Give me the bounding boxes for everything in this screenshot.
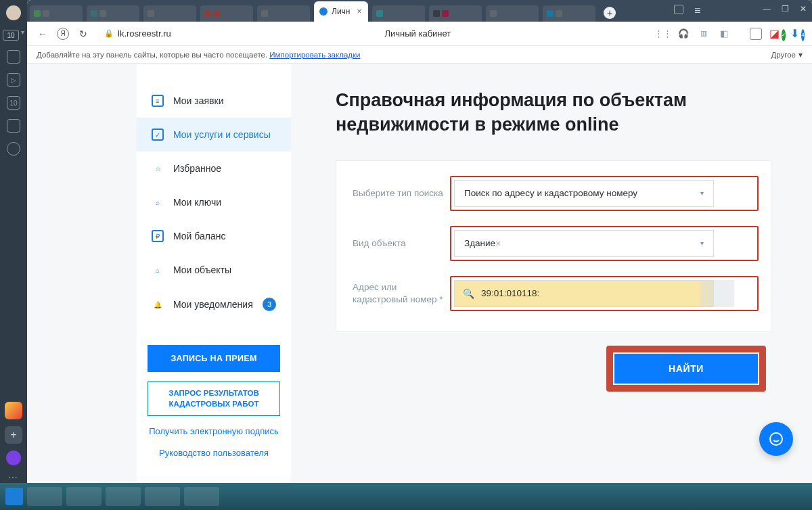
library-icon[interactable]: ▥: [698, 28, 709, 39]
start-button[interactable]: [5, 488, 23, 505]
address-search-field[interactable]: 🔍: [454, 280, 714, 307]
select-value: Поиск по адресу и кадастровому номеру: [464, 188, 637, 198]
chevron-down-icon: ▾: [700, 239, 704, 247]
chevron-down-icon: ▾: [798, 50, 803, 60]
search-icon: 🔍: [463, 288, 474, 299]
add-app-button[interactable]: +: [5, 426, 22, 444]
os-taskbar: [0, 483, 812, 510]
appointment-button[interactable]: ЗАПИСЬ НА ПРИЕМ: [148, 345, 280, 372]
chevron-down-icon: ▾: [700, 189, 704, 197]
minimize-button[interactable]: —: [763, 4, 771, 14]
page-title-center: Личный кабинет: [186, 28, 650, 39]
sidebar-item-notifications[interactable]: 🔔 Мои уведомления 3: [137, 287, 291, 322]
bookmark-other[interactable]: Другое ▾: [771, 50, 803, 60]
main-panel: Справочная информация по объектам недвиж…: [291, 64, 812, 483]
get-signature-link[interactable]: Получить электронную подпись: [148, 425, 280, 438]
background-tab[interactable]: [200, 5, 253, 22]
os-avatar[interactable]: [6, 5, 21, 20]
app-sidebar: ≡ Мои заявки ✓ Мои услуги и сервисы ☆ Из…: [137, 64, 291, 483]
protect-icon[interactable]: ◪✓: [770, 28, 782, 40]
background-tab[interactable]: [372, 5, 425, 22]
close-window-button[interactable]: ✕: [800, 4, 807, 14]
object-kind-select[interactable]: Здание × ▾: [454, 230, 714, 257]
app-alice-icon[interactable]: [6, 450, 21, 465]
new-tab-button[interactable]: +: [604, 7, 616, 19]
address-label: Адрес или кадастровый номер *: [353, 281, 454, 306]
close-tab-button[interactable]: ×: [357, 7, 361, 16]
downloads-icon[interactable]: ⬇4: [790, 28, 803, 40]
key-icon: ⌕: [152, 196, 164, 208]
background-tab[interactable]: [257, 5, 310, 22]
find-button-area: НАЙТИ: [336, 346, 771, 392]
select-value: Здание: [464, 238, 495, 248]
search-type-select[interactable]: Поиск по адресу и кадастровому номеру ▾: [454, 180, 714, 207]
sidebar-item-label: Избранное: [173, 163, 221, 174]
background-tab[interactable]: [143, 5, 196, 22]
clear-icon[interactable]: ×: [495, 238, 501, 249]
sidebar-item-balance[interactable]: ₽ Мой баланс: [137, 219, 291, 253]
taskbar-item[interactable]: [145, 487, 180, 506]
sidebar-item-keys[interactable]: ⌕ Мои ключи: [137, 185, 291, 219]
highlight-annotation: НАЙТИ: [606, 346, 766, 392]
import-bookmarks-link[interactable]: Импортировать закладки: [269, 51, 360, 59]
taskbar-item[interactable]: [184, 487, 219, 506]
history-icon[interactable]: [7, 142, 20, 156]
tab-title: Личн: [332, 7, 350, 16]
page-content: ≡ Мои заявки ✓ Мои услуги и сервисы ☆ Из…: [27, 64, 812, 483]
background-tab[interactable]: [543, 5, 595, 22]
taskbar-item[interactable]: [27, 487, 62, 506]
maximize-button[interactable]: ❐: [782, 4, 789, 14]
sidebar-item-label: Мои услуги и сервисы: [173, 129, 271, 140]
play-icon[interactable]: ▷: [7, 73, 20, 87]
chevron-down-icon[interactable]: ▾: [21, 28, 24, 36]
house-icon: ⌂: [152, 264, 164, 276]
camera-icon[interactable]: [7, 119, 20, 133]
os-tab-count[interactable]: 10: [3, 30, 19, 41]
feed-icon[interactable]: [7, 50, 20, 64]
wallet-icon: ₽: [152, 230, 164, 242]
background-tab[interactable]: [87, 5, 139, 22]
more-apps-icon[interactable]: ⋯: [8, 472, 19, 483]
page-title: Справочная информация по объектам недвиж…: [336, 88, 769, 137]
reload-button[interactable]: ↻: [77, 28, 89, 39]
url-display[interactable]: 🔒 lk.rosreestr.ru: [97, 26, 178, 41]
lock-icon: 🔒: [104, 29, 114, 38]
sidebar-item-label: Мои ключи: [173, 197, 221, 208]
text-selection: [700, 280, 734, 307]
sidebar-item-objects[interactable]: ⌂ Мои объекты: [137, 253, 291, 287]
toolbar-right-icons: ◪✓ ⬇4: [750, 28, 803, 40]
apps-icon[interactable]: ⋮⋮: [658, 28, 669, 39]
chat-widget-button[interactable]: [759, 422, 793, 456]
app-yandex-icon[interactable]: [5, 402, 22, 419]
calendar-icon[interactable]: 10: [7, 96, 20, 110]
background-tab[interactable]: [30, 5, 83, 22]
background-tab[interactable]: [486, 5, 539, 22]
yandex-home-button[interactable]: Я: [57, 28, 69, 40]
back-button[interactable]: ←: [37, 28, 49, 39]
menu-icon[interactable]: ≡: [694, 5, 704, 14]
object-kind-label: Вид объекта: [353, 237, 454, 250]
bookmark-icon[interactable]: ◧: [719, 28, 729, 39]
sidebar-actions: ЗАПИСЬ НА ПРИЕМ ЗАПРОС РЕЗУЛЬТАТОВ КАДАС…: [137, 335, 291, 473]
copy-icon[interactable]: [674, 5, 683, 14]
checklist-icon: ✓: [152, 129, 164, 141]
sidebar-item-requests[interactable]: ≡ Мои заявки: [137, 84, 291, 118]
star-icon: ☆: [152, 162, 164, 175]
background-tab[interactable]: [429, 5, 482, 22]
taskbar-item[interactable]: [106, 487, 141, 506]
browser-extra-icons: ≡: [674, 5, 704, 14]
headphones-icon[interactable]: 🎧: [678, 28, 689, 39]
sidebar-item-services[interactable]: ✓ Мои услуги и сервисы: [137, 118, 291, 152]
user-guide-link[interactable]: Руководство пользователя: [148, 447, 280, 459]
address-input[interactable]: [481, 288, 705, 298]
shield-icon[interactable]: [750, 28, 762, 40]
search-form-panel: Выберите тип поиска Поиск по адресу и ка…: [336, 160, 771, 332]
sidebar-item-favorites[interactable]: ☆ Избранное: [137, 152, 291, 185]
taskbar-item[interactable]: [66, 487, 102, 506]
os-sidebar: 10 ▾ ▷ 10 + ⋯: [0, 0, 27, 510]
toolbar-icons: ⋮⋮ 🎧 ▥ ◧: [658, 28, 729, 39]
active-tab[interactable]: Личн ×: [314, 1, 368, 22]
cadastral-results-button[interactable]: ЗАПРОС РЕЗУЛЬТАТОВ КАДАСТРОВЫХ РАБОТ: [148, 381, 280, 416]
notification-count-badge: 3: [263, 298, 276, 311]
find-button[interactable]: НАЙТИ: [613, 352, 759, 385]
